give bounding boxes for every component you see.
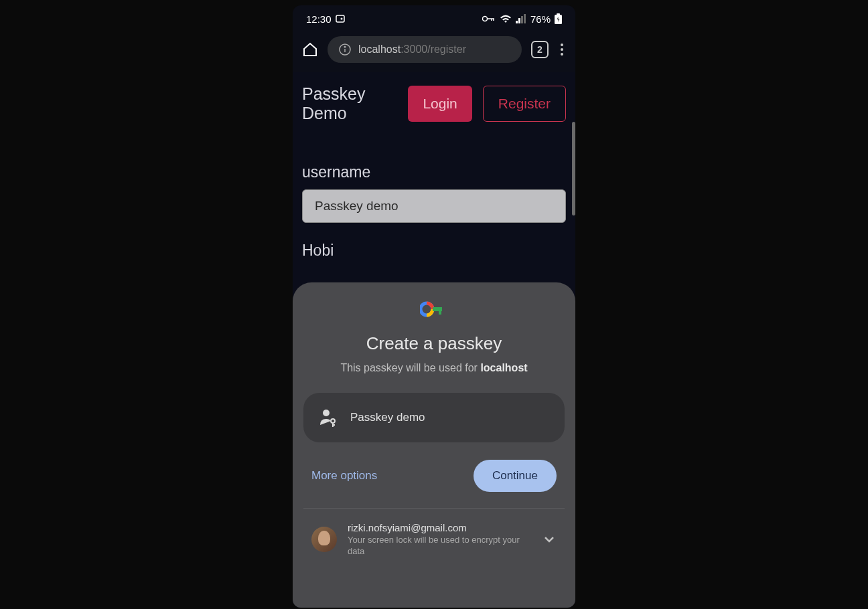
passkey-identity-card[interactable]: Passkey demo xyxy=(303,393,565,442)
hobi-label: Hobi xyxy=(302,242,566,260)
sheet-subtitle: This passkey will be used for localhost xyxy=(303,362,565,374)
wifi-icon xyxy=(500,14,512,23)
info-icon xyxy=(338,43,352,56)
signal-icon xyxy=(516,14,526,23)
username-label: username xyxy=(302,163,566,181)
google-passkey-logo xyxy=(303,301,565,317)
login-button[interactable]: Login xyxy=(408,86,472,122)
svg-point-1 xyxy=(340,18,342,20)
scroll-indicator[interactable] xyxy=(572,122,575,215)
vpn-key-icon xyxy=(482,15,496,23)
sheet-title: Create a passkey xyxy=(303,333,565,354)
account-description: Your screen lock will be used to encrypt… xyxy=(348,535,531,557)
username-input[interactable] xyxy=(302,189,566,223)
phone-frame: 12:30 76% localhost:3000/register 2 Pass… xyxy=(293,5,575,608)
battery-icon xyxy=(555,13,562,24)
account-email: rizki.nofsyiami@gmail.com xyxy=(348,522,531,533)
more-options-button[interactable]: More options xyxy=(311,469,377,483)
avatar xyxy=(311,527,337,552)
svg-point-14 xyxy=(323,410,330,416)
chevron-down-icon xyxy=(542,532,557,547)
url-text: localhost:3000/register xyxy=(358,44,466,56)
svg-rect-4 xyxy=(518,18,520,23)
svg-point-2 xyxy=(482,17,487,21)
app-header: Passkey Demo Login Register xyxy=(302,82,566,135)
svg-rect-6 xyxy=(524,14,526,23)
status-time: 12:30 xyxy=(306,13,332,25)
account-selector[interactable]: rizki.nofsyiami@gmail.com Your screen lo… xyxy=(303,509,565,557)
tab-count-button[interactable]: 2 xyxy=(531,41,549,58)
register-button[interactable]: Register xyxy=(483,86,566,122)
svg-rect-0 xyxy=(336,15,344,22)
svg-point-10 xyxy=(344,46,346,48)
menu-dots-icon[interactable] xyxy=(558,41,566,58)
home-icon[interactable] xyxy=(302,41,318,58)
svg-rect-13 xyxy=(439,307,441,315)
svg-rect-5 xyxy=(521,16,523,23)
person-key-icon xyxy=(318,408,338,428)
battery-percent: 76% xyxy=(530,13,551,25)
status-bar: 12:30 76% xyxy=(293,5,575,32)
continue-button[interactable]: Continue xyxy=(474,460,557,492)
svg-rect-8 xyxy=(557,13,560,15)
svg-point-15 xyxy=(331,419,335,423)
url-bar[interactable]: localhost:3000/register xyxy=(328,36,522,63)
svg-rect-3 xyxy=(516,21,518,23)
passkey-bottom-sheet: Create a passkey This passkey will be us… xyxy=(293,282,575,608)
app-title: Passkey Demo xyxy=(302,84,401,123)
passkey-identity-name: Passkey demo xyxy=(350,411,425,424)
camera-cutout-icon xyxy=(336,14,345,23)
browser-bar: localhost:3000/register 2 xyxy=(293,32,575,72)
